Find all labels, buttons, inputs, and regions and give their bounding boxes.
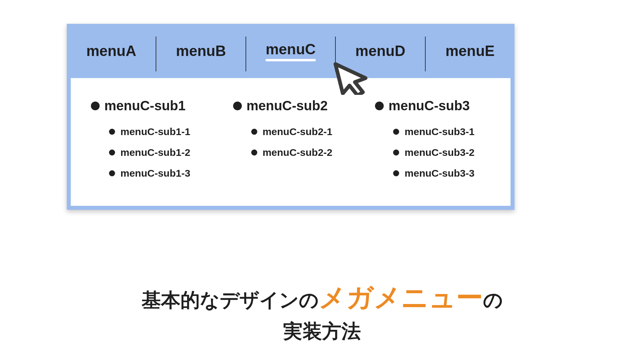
dropdown-sub-list: menuC-sub3-1 menuC-sub3-2 menuC-sub3-3 — [375, 126, 500, 179]
dropdown-sub-item[interactable]: menuC-sub1-2 — [109, 147, 216, 158]
dropdown-sub-item[interactable]: menuC-sub1-3 — [109, 168, 216, 179]
bullet-icon — [109, 129, 115, 135]
dropdown-sub-label: menuC-sub2-1 — [263, 126, 332, 137]
caption-line-2: 実装方法 — [0, 317, 644, 345]
dropdown-column-title: menuC-sub3 — [388, 98, 470, 113]
dropdown-column-heading[interactable]: menuC-sub3 — [375, 98, 500, 113]
bullet-icon — [109, 149, 115, 156]
caption-post1: の — [483, 289, 503, 311]
caption-pre: 基本的なデザインの — [142, 289, 319, 311]
nav-label: menuA — [86, 43, 136, 59]
caption-post2: 実装方法 — [283, 320, 361, 342]
dropdown-sub-list: menuC-sub2-1 menuC-sub2-2 — [233, 126, 359, 158]
nav-label: menuD — [355, 43, 405, 59]
nav-label: menuC — [266, 41, 316, 61]
mega-menu-container: menuA menuB menuC menuD menuE — [67, 24, 515, 210]
dropdown-sub-item[interactable]: menuC-sub3-2 — [393, 147, 500, 158]
dropdown-column-1: menuC-sub1 menuC-sub1-1 menuC-sub1-2 men… — [81, 98, 216, 179]
nav-item-menuE[interactable]: menuE — [426, 24, 515, 78]
bullet-icon — [393, 149, 399, 156]
dropdown-column-title: menuC-sub1 — [104, 98, 185, 113]
nav-item-menuC[interactable]: menuC — [246, 24, 335, 78]
nav-label: menuE — [445, 43, 495, 59]
dropdown-sub-label: menuC-sub1-3 — [120, 168, 190, 179]
dropdown-sub-list: menuC-sub1-1 menuC-sub1-2 menuC-sub1-3 — [91, 126, 216, 179]
bullet-icon — [109, 170, 115, 176]
dropdown-column-2: menuC-sub2 menuC-sub2-1 menuC-sub2-2 — [223, 98, 359, 179]
nav-bar: menuA menuB menuC menuD menuE — [67, 24, 515, 78]
dropdown-sub-label: menuC-sub1-1 — [120, 126, 190, 137]
dropdown-sub-label: menuC-sub3-3 — [405, 168, 474, 179]
bullet-icon — [251, 129, 257, 135]
bullet-icon — [375, 102, 384, 110]
bullet-icon — [393, 129, 399, 135]
bullet-icon — [233, 102, 242, 110]
dropdown-column-3: menuC-sub3 menuC-sub3-1 menuC-sub3-2 men… — [365, 98, 500, 179]
bullet-icon — [393, 170, 399, 176]
caption-emphasis: メガメニュー — [319, 283, 483, 312]
dropdown-sub-label: menuC-sub2-2 — [263, 147, 332, 158]
dropdown-sub-item[interactable]: menuC-sub3-1 — [393, 126, 500, 137]
dropdown-column-heading[interactable]: menuC-sub1 — [91, 98, 216, 113]
mega-menu-dropdown: menuC-sub1 menuC-sub1-1 menuC-sub1-2 men… — [71, 78, 511, 206]
bullet-icon — [91, 102, 100, 110]
dropdown-sub-label: menuC-sub3-1 — [405, 126, 474, 137]
nav-item-menuD[interactable]: menuD — [336, 24, 425, 78]
nav-item-menuB[interactable]: menuB — [156, 24, 245, 78]
caption-line-1: 基本的なデザインのメガメニューの — [0, 278, 644, 317]
dropdown-column-heading[interactable]: menuC-sub2 — [233, 98, 359, 113]
dropdown-sub-label: menuC-sub1-2 — [120, 147, 190, 158]
dropdown-sub-item[interactable]: menuC-sub2-2 — [251, 147, 359, 158]
dropdown-sub-item[interactable]: menuC-sub1-1 — [109, 126, 216, 137]
nav-item-menuA[interactable]: menuA — [67, 24, 156, 78]
caption: 基本的なデザインのメガメニューの 実装方法 — [0, 278, 644, 345]
diagram-root: menuA menuB menuC menuD menuE — [0, 0, 644, 362]
dropdown-sub-item[interactable]: menuC-sub2-1 — [251, 126, 359, 137]
dropdown-column-title: menuC-sub2 — [247, 98, 328, 113]
nav-label: menuB — [176, 43, 226, 59]
dropdown-sub-label: menuC-sub3-2 — [405, 147, 474, 158]
bullet-icon — [251, 149, 257, 156]
dropdown-sub-item[interactable]: menuC-sub3-3 — [393, 168, 500, 179]
